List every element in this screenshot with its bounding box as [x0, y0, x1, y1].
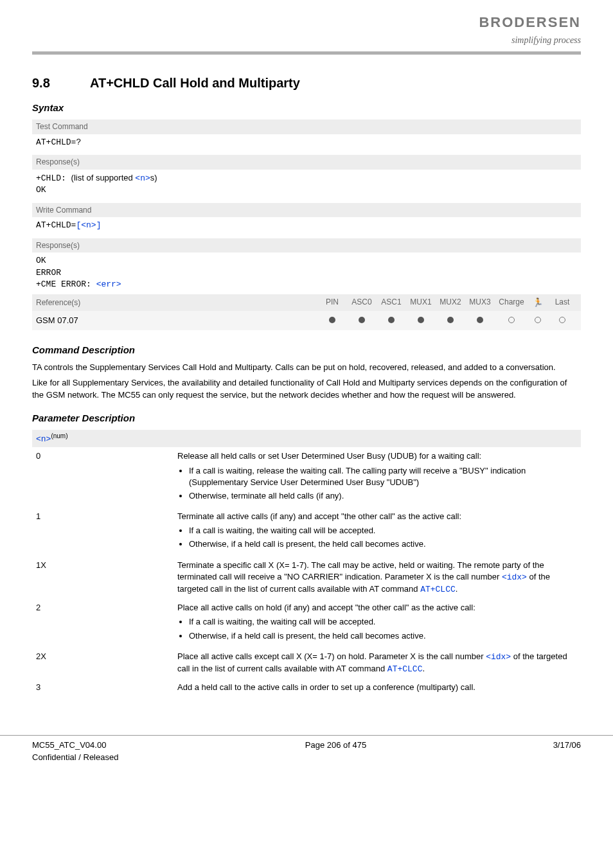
- list-item: If a call is waiting, the waiting call w…: [189, 616, 577, 628]
- footer-doc-id: MC55_ATC_V04.00: [32, 740, 118, 751]
- dot-asc1: [377, 315, 406, 326]
- col-mux3: MUX3: [465, 297, 495, 308]
- write-command-label: Write Command: [32, 203, 581, 218]
- empty-dot-icon: [559, 317, 565, 323]
- reference-columns: PIN ASC0 ASC1 MUX1 MUX2 MUX3 Charge 🏃 La…: [317, 297, 577, 308]
- atclcc-link[interactable]: AT+CLCC: [420, 585, 456, 594]
- write-var: <n>: [81, 220, 96, 230]
- param-desc-1: Terminate all active calls (if any) and …: [173, 508, 581, 556]
- write-ok: OK: [36, 256, 46, 265]
- param-text: Place all active calls except call X (X=…: [177, 651, 486, 661]
- dot-mux2: [436, 315, 465, 326]
- empty-dot-icon: [535, 317, 541, 323]
- dot-charge: [495, 315, 528, 326]
- param-key-2: 2: [32, 599, 173, 648]
- write-bracket-close: ]: [96, 220, 102, 230]
- filled-dot-icon: [477, 317, 483, 323]
- gsm-label: GSM 07.07: [36, 315, 317, 326]
- test-command: AT+CHLD=?: [32, 134, 581, 152]
- param-var-sup: (num): [51, 432, 67, 439]
- runner-icon: 🏃: [533, 297, 543, 308]
- resp-var: <n>: [135, 173, 150, 183]
- table-row: 2X Place all active calls except call X …: [32, 648, 581, 678]
- footer-center: Page 206 of 475: [305, 740, 366, 763]
- param-text: .: [456, 584, 458, 594]
- section-heading: AT+CHLD Call Hold and Multiparty: [90, 76, 300, 90]
- command-desc-p1: TA controls the Supplementary Services C…: [32, 362, 581, 373]
- write-error: ERROR: [36, 268, 61, 278]
- section-title: 9.8AT+CHLD Call Hold and Multiparty: [32, 74, 581, 92]
- param-table: 0 Release all held calls or set User Det…: [32, 447, 581, 696]
- param-bullets: If a call is waiting, the waiting call w…: [189, 525, 577, 550]
- filled-dot-icon: [418, 317, 424, 323]
- brand-logo: BRODERSEN simplifying process: [479, 13, 581, 46]
- col-mux2: MUX2: [436, 297, 465, 308]
- section-number: 9.8: [32, 74, 90, 92]
- param-key-1x: 1X: [32, 556, 173, 599]
- page-header: BRODERSEN simplifying process: [0, 0, 613, 51]
- response-label-1: Response(s): [32, 155, 581, 170]
- footer-left: MC55_ATC_V04.00 Confidential / Released: [32, 740, 118, 763]
- param-var-header: <n>(num): [32, 430, 581, 448]
- param-key-1: 1: [32, 508, 173, 556]
- param-desc-heading: Parameter Description: [32, 411, 581, 425]
- param-text: Place all active calls on hold (if any) …: [177, 603, 475, 612]
- empty-dot-icon: [508, 317, 515, 323]
- idx-var: <idx>: [486, 652, 511, 662]
- param-desc-2: Place all active calls on hold (if any) …: [173, 599, 581, 648]
- table-row: 3 Add a held call to the active calls in…: [32, 678, 581, 696]
- write-prefix: AT+CHLD=: [36, 220, 76, 230]
- resp-mid: (list of supported: [71, 173, 136, 182]
- command-desc-heading: Command Description: [32, 343, 581, 357]
- syntax-heading: Syntax: [32, 101, 581, 114]
- table-row: 1X Terminate a specific call X (X= 1-7).…: [32, 556, 581, 599]
- col-charge: Charge: [495, 297, 528, 308]
- filled-dot-icon: [359, 317, 365, 323]
- filled-dot-icon: [447, 317, 454, 323]
- write-command: AT+CHLD=[<n>]: [32, 217, 581, 235]
- write-cme-var: <err>: [96, 279, 121, 289]
- list-item: Otherwise, if a held call is present, th…: [189, 538, 577, 550]
- param-desc-3: Add a held call to the active calls in o…: [173, 678, 581, 696]
- list-item: If a call is waiting, release the waitin…: [189, 465, 577, 488]
- page-content: 9.8AT+CHLD Call Hold and Multiparty Synt…: [0, 74, 613, 696]
- dot-mux3: [465, 315, 495, 326]
- param-key-0: 0: [32, 447, 173, 508]
- col-asc0: ASC0: [347, 297, 377, 308]
- atclcc-link[interactable]: AT+CLCC: [387, 664, 423, 674]
- filled-dot-icon: [329, 317, 335, 323]
- page-footer: MC55_ATC_V04.00 Confidential / Released …: [0, 735, 613, 775]
- param-text: Terminate a specific call X (X= 1-7). Th…: [177, 560, 544, 581]
- col-asc1: ASC1: [377, 297, 406, 308]
- table-row: 1 Terminate all active calls (if any) an…: [32, 508, 581, 556]
- reference-header-row: Reference(s) PIN ASC0 ASC1 MUX1 MUX2 MUX…: [32, 294, 581, 311]
- col-last: Last: [547, 297, 577, 308]
- dot-mux1: [406, 315, 436, 326]
- dot-pin: [317, 315, 347, 326]
- header-divider: [32, 51, 581, 55]
- param-desc-0: Release all held calls or set User Deter…: [173, 447, 581, 508]
- param-desc-2x: Place all active calls except call X (X=…: [173, 648, 581, 678]
- param-bullets: If a call is waiting, the waiting call w…: [189, 616, 577, 641]
- dot-run: [528, 315, 547, 326]
- brand-tagline: simplifying process: [479, 34, 581, 47]
- write-cme-prefix: +CME ERROR:: [36, 279, 96, 289]
- reference-value-row: GSM 07.07: [32, 311, 581, 330]
- col-run-icon: 🏃: [528, 297, 547, 308]
- list-item: If a call is waiting, the waiting call w…: [189, 525, 577, 536]
- idx-var: <idx>: [502, 572, 527, 582]
- write-response: OK ERROR +CME ERROR: <err>: [32, 252, 581, 294]
- test-response: +CHLD: (list of supported <n>s) OK: [32, 170, 581, 200]
- param-key-2x: 2X: [32, 648, 173, 678]
- response-label-2: Response(s): [32, 238, 581, 253]
- param-text: .: [422, 664, 425, 673]
- footer-right: 3/17/06: [553, 740, 581, 763]
- brand-name: BRODERSEN: [479, 13, 581, 33]
- table-row: 2 Place all active calls on hold (if any…: [32, 599, 581, 648]
- param-var: <n>: [36, 434, 51, 444]
- list-item: Otherwise, if a held call is present, th…: [189, 630, 577, 642]
- col-mux1: MUX1: [406, 297, 436, 308]
- dot-asc0: [347, 315, 377, 326]
- command-desc-p2: Like for all Supplementary Services, the…: [32, 377, 581, 400]
- param-desc-1x: Terminate a specific call X (X= 1-7). Th…: [173, 556, 581, 599]
